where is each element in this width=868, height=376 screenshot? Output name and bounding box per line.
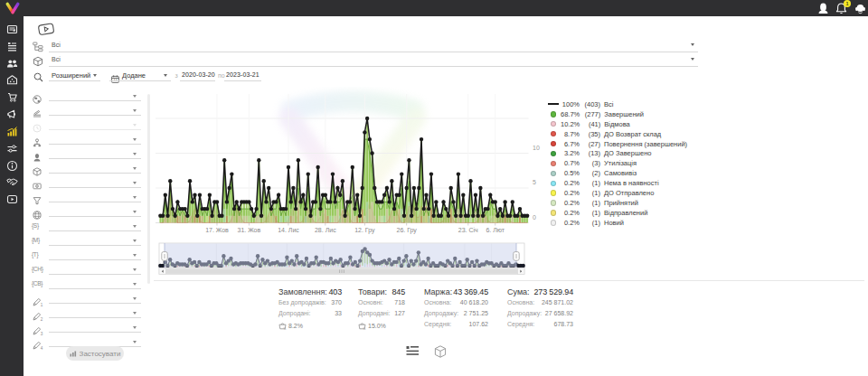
stat-sub-label: Допродажу: (424, 310, 458, 316)
search-mode-select[interactable]: Розширений (52, 71, 90, 80)
legend-item[interactable]: 0.2%(1)Нема в наявності (546, 178, 714, 188)
rail-item-campaigns-megaphone[interactable] (0, 106, 24, 123)
list-view-button[interactable] (405, 344, 420, 358)
video-tutorials-icon (6, 193, 18, 205)
legend-dot-swatch (546, 131, 561, 136)
filter-select-underline (49, 274, 141, 275)
rail-item-info[interactable] (0, 157, 24, 174)
x-axis-label: 23. Січ (458, 227, 478, 233)
filters-scrollbar[interactable] (147, 94, 150, 284)
filter-select-caret-icon[interactable] (133, 167, 137, 170)
filter-select-caret-icon[interactable] (133, 268, 137, 271)
stat-sub-label: Основні: (358, 299, 383, 306)
date-from-input[interactable]: 2020-03-20 (182, 71, 215, 78)
filter-select-caret-icon[interactable] (133, 312, 137, 315)
stat-column: Товари:845Основні:718Допродані:127%15.0% (358, 287, 405, 332)
rail-item-partners-handshake[interactable] (0, 174, 24, 191)
legend-item[interactable]: 68.7%(277)Завершений (546, 109, 714, 119)
date-to-underline (224, 80, 261, 81)
filter-select-caret-icon[interactable] (133, 153, 137, 155)
user-account-button[interactable] (816, 2, 829, 14)
product-filter-select[interactable]: Всі (52, 56, 61, 62)
svg-text:%: % (363, 327, 366, 330)
legend-count: (35) (580, 130, 600, 138)
rail-item-buyers[interactable] (0, 55, 24, 72)
legend-item[interactable]: 6.7%(27)Повернення (завершений) (546, 139, 714, 149)
apply-filters-button[interactable]: Застосувати (66, 346, 124, 361)
rail-item-funnel-list[interactable] (0, 38, 24, 55)
filter-select-caret-icon[interactable] (133, 182, 137, 184)
video-tour-button[interactable] (37, 22, 55, 36)
filter-select-caret-icon[interactable] (133, 109, 137, 112)
legend-label: Завершений (604, 110, 644, 118)
filter-select-caret-icon[interactable] (133, 326, 137, 329)
orders-chart[interactable]: 051017. Жов31. Жов14. Лис28. Лис12. Гру2… (152, 87, 546, 237)
rail-item-warehouse[interactable] (0, 71, 24, 89)
filter-select-caret-icon[interactable] (133, 225, 137, 228)
filter-select-underline (49, 245, 141, 246)
x-axis-label: 26. Гру (396, 227, 417, 234)
legend-percent: 0.2% (561, 209, 580, 217)
apply-chart-icon (70, 350, 77, 357)
list-view-icon (406, 345, 419, 357)
funnel-filter-select[interactable]: Всі (52, 42, 61, 48)
filter-select-caret-icon[interactable] (133, 196, 137, 199)
rail-item-video-tutorials[interactable] (0, 191, 24, 208)
legend-dot-swatch (546, 200, 561, 205)
legend-label: Новий (604, 219, 624, 227)
legend-percent: 3.2% (561, 149, 580, 157)
legend-item[interactable]: 0.2%(1)Новий (546, 218, 714, 228)
rail-item-purchases-cart[interactable] (0, 89, 24, 106)
x-axis-label: 12. Гру (354, 227, 375, 234)
date-to-input[interactable]: 2023-03-21 (226, 71, 259, 78)
stat-sub-row: Допродані:33 (278, 310, 342, 321)
filter-select-caret-icon[interactable] (133, 211, 137, 213)
date-field-underline (109, 80, 171, 81)
rail-item-analytics-chart[interactable] (0, 123, 24, 140)
app-logo[interactable] (5, 1, 21, 14)
filter-select-underline (49, 202, 141, 202)
filter-select-underline (49, 216, 141, 217)
legend-item[interactable]: 0.5%(2)Самовивіз (546, 168, 714, 178)
legend-count: (1) (580, 209, 600, 217)
stat-sub-row: Основні:718 (358, 299, 405, 310)
filter-select-caret-icon[interactable] (133, 341, 137, 343)
product-view-button[interactable] (433, 344, 448, 358)
legend-label: Всі (604, 100, 613, 108)
legend-count: (13) (580, 149, 600, 157)
rail-item-settings-sliders[interactable] (0, 140, 24, 157)
filter-select-caret-icon[interactable] (133, 95, 137, 98)
x-axis-label: 31. Жов (238, 227, 261, 233)
svg-text:2: 2 (41, 317, 43, 321)
date-field-select[interactable]: Додане (122, 71, 146, 80)
stat-sub-row: Допродажу:27 658.92 (507, 310, 573, 321)
legend-item[interactable]: 10.2%(41)Відмова (546, 119, 714, 129)
basket-icon: % (278, 322, 287, 330)
filter-select-caret-icon[interactable] (133, 124, 137, 127)
legend-percent: 6.7% (561, 140, 580, 148)
legend-item[interactable]: 0.2%(1)ДО Отправлено (546, 188, 714, 198)
legend-percent: 0.7% (561, 159, 580, 167)
filter-select-underline (49, 129, 141, 130)
filter-select-caret-icon[interactable] (133, 138, 137, 141)
chart-navigator[interactable] (154, 237, 533, 278)
stat-value: 43 369.45 (453, 287, 488, 296)
filter-select-caret-icon[interactable] (133, 240, 137, 242)
filter-select-caret-icon[interactable] (133, 283, 137, 286)
filter-select-caret-icon[interactable] (133, 254, 137, 257)
legend-item[interactable]: 0.7%(3)Утилізація (546, 158, 714, 168)
stat-value: 403 (328, 287, 342, 296)
legend-item[interactable]: 0.2%(1)Відправлений (546, 208, 714, 218)
rail-item-orders-board[interactable] (0, 21, 24, 38)
legend-item[interactable]: 8.7%(35)ДО Возврат склад (546, 129, 714, 139)
x-axis-label: 28. Лис (315, 227, 336, 233)
legend-item[interactable]: 3.2%(13)ДО Завершено (546, 149, 714, 159)
support-button[interactable] (854, 2, 866, 14)
legend-label: Самовивіз (604, 169, 637, 177)
stat-sub-label: Середня: (424, 321, 451, 327)
legend-item[interactable]: 100%(403)Всі (546, 99, 714, 109)
calendar-icon: 17 (111, 70, 119, 79)
stat-sub-value: 127 (394, 310, 405, 316)
filter-select-caret-icon[interactable] (133, 297, 137, 300)
legend-item[interactable]: 0.2%(1)Прийнятий (546, 198, 714, 208)
